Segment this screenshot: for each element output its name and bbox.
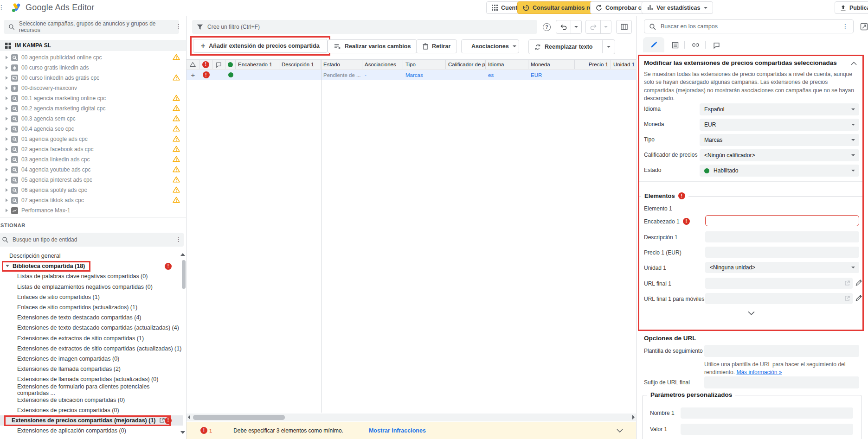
edit-url-pencil-icon[interactable] (855, 294, 862, 301)
field-search-menu-icon[interactable]: ⋮ (842, 23, 849, 30)
column-comment-icon[interactable] (212, 60, 225, 69)
undo-icon[interactable] (557, 20, 571, 33)
horizontal-scrollbar[interactable] (186, 414, 636, 421)
column-unit1[interactable]: Unidad 1 (611, 60, 636, 69)
library-item[interactable]: Enlaces de sitio compartidos (1) (0, 292, 183, 302)
expand-caret-icon[interactable] (6, 147, 8, 151)
campaign-row[interactable]: 07 agencia tiktok ads cpc (0, 195, 186, 205)
field-search-input[interactable]: Buscar en los campos ⋮ (644, 19, 854, 33)
column-status-dot[interactable] (225, 60, 236, 69)
campaign-row[interactable]: 01 agencia google ads cpc (0, 134, 186, 144)
library-item[interactable]: Extensiones de extractos de sitio compar… (0, 333, 183, 344)
associations-button[interactable]: Asociaciones (461, 39, 519, 53)
show-violations-link[interactable]: Mostrar infracciones (369, 427, 426, 434)
columns-button[interactable] (616, 20, 632, 34)
library-item[interactable]: Extensiones de texto destacado compartid… (0, 323, 183, 333)
cell-language[interactable]: es (486, 72, 528, 78)
final-url-input[interactable] (705, 278, 853, 289)
campaign-search-input[interactable]: Seleccione campañas, grupos de anuncios … (4, 20, 179, 34)
chevron-down-icon[interactable] (617, 429, 623, 433)
expand-caret-icon[interactable] (6, 86, 8, 90)
column-status[interactable]: Estado (321, 60, 362, 69)
description1-input[interactable] (705, 231, 859, 242)
expand-caret-icon[interactable] (6, 178, 8, 182)
campaign-row[interactable]: Performance Max-1 (0, 205, 186, 216)
bulk-changes-button[interactable]: Realizar varios cambios (328, 39, 417, 53)
price1-input[interactable] (705, 247, 859, 258)
column-type[interactable]: Tipo (403, 60, 446, 69)
scroll-right-icon[interactable] (632, 415, 635, 420)
column-language[interactable]: Idioma (486, 60, 528, 69)
header1-input[interactable] (705, 215, 859, 226)
tab-edit[interactable] (643, 37, 664, 52)
cell-currency[interactable]: EUR (528, 72, 575, 78)
add-price-extension-button[interactable]: + Añadir extensión de precios compartida (193, 39, 328, 53)
cell-type[interactable]: Marcas (403, 72, 446, 78)
entity-search-menu-icon[interactable]: ⋮ (175, 236, 182, 242)
qualifier-select[interactable]: <Ningún calificador> (700, 149, 859, 161)
scroll-left-icon[interactable] (188, 415, 190, 420)
final-url-suffix-input[interactable] (704, 376, 859, 388)
campaign-row[interactable]: 06 agencia spotify ads cpc (0, 185, 186, 195)
currency-select[interactable]: EUR (700, 119, 859, 131)
replace-text-button[interactable]: Reemplazar texto (528, 39, 615, 54)
expand-caret-icon[interactable] (6, 96, 8, 100)
language-select[interactable]: Español (700, 103, 859, 115)
library-item[interactable]: Extensiones de aplicación compartidas (0… (0, 426, 183, 436)
replace-text-menu[interactable] (602, 40, 615, 53)
scroll-up-icon[interactable] (180, 253, 185, 256)
name1-input[interactable] (681, 407, 853, 419)
campaign-row[interactable]: 00 curso gratis linkedin ads (0, 63, 186, 73)
expand-panel-icon[interactable] (860, 23, 868, 31)
expand-caret-icon[interactable] (6, 168, 8, 172)
campaign-row[interactable]: 00-discovery-maxconv (0, 83, 186, 93)
filter-input[interactable]: Cree un filtro (Ctrl+F) (192, 20, 537, 34)
expand-caret-icon[interactable] (6, 188, 8, 192)
cell-associations[interactable]: - (362, 72, 403, 78)
library-item[interactable]: Extensiones de texto destacado compartid… (0, 312, 183, 323)
expand-more-elements-icon[interactable] (748, 311, 755, 315)
scroll-down-icon[interactable] (180, 431, 185, 434)
campaign-row[interactable]: 00.3 agencia sem cpc (0, 114, 186, 124)
manage-item-overview[interactable]: Descripción general (0, 251, 183, 261)
library-item[interactable]: Listas de palabras clave negativas compa… (0, 271, 183, 281)
library-item[interactable]: Extensiones de precios compartidas (0) (0, 405, 183, 415)
campaign-row[interactable]: 00.4 agencia seo cpc (0, 124, 186, 134)
status-select[interactable]: Habilitado (700, 165, 859, 177)
column-price1[interactable]: Precio 1 (575, 60, 611, 69)
library-item-selected-enhanced-price-extensions[interactable]: Extensiones de precios compartidas (mejo… (0, 415, 183, 426)
app-menu-icon[interactable]: ⋮ (0, 4, 5, 11)
campaign-row[interactable]: 02 agencia facebook ads cpc (0, 144, 186, 154)
expand-caret-icon[interactable] (6, 117, 8, 121)
expand-caret-icon[interactable] (6, 76, 8, 80)
replace-text-main[interactable]: Reemplazar texto (529, 40, 598, 53)
library-item[interactable]: Extensiones de extractos de sitio compar… (0, 344, 183, 354)
campaign-row[interactable]: 05 agencia pinterest ads cpc (0, 175, 186, 185)
column-error-icon[interactable]: ! (199, 60, 212, 69)
add-row-icon[interactable]: + (186, 71, 199, 79)
campaign-search-menu-icon[interactable]: ⋮ (175, 23, 182, 30)
horizontal-scrollbar-thumb[interactable] (193, 415, 285, 420)
campaign-row[interactable]: 03 agencia linkedin ads cpc (0, 154, 186, 165)
publish-button[interactable]: Publicar (835, 1, 868, 14)
cell-status[interactable]: Pendiente de ... (321, 72, 362, 78)
column-header1[interactable]: Encabezado 1 (236, 60, 279, 69)
expand-caret-icon[interactable] (6, 198, 8, 202)
tab-details[interactable] (670, 40, 680, 50)
tab-comments[interactable] (711, 40, 721, 50)
mobile-url-input[interactable] (705, 293, 853, 304)
open-url-icon[interactable] (844, 280, 850, 286)
column-warning-icon[interactable] (186, 60, 199, 69)
expand-caret-icon[interactable] (6, 66, 8, 70)
help-icon[interactable]: ? (543, 23, 551, 31)
campaign-row[interactable]: 00 curso linkedIn ads gratis cpc (0, 73, 186, 83)
entity-search-input[interactable]: Busque un tipo de entidad (0, 233, 184, 247)
learn-more-link[interactable]: Más información » (736, 369, 782, 375)
type-select[interactable]: Marcas (700, 134, 859, 146)
expand-caret-icon[interactable] (6, 158, 8, 161)
column-currency[interactable]: Moneda (528, 60, 575, 69)
library-item[interactable]: Extensiones de imagen compartidas (0) (0, 354, 183, 364)
library-item[interactable]: Extensiones de llamada compartidas (2) (0, 364, 183, 374)
undo-button[interactable] (556, 20, 582, 34)
remove-button[interactable]: Retirar (416, 39, 457, 53)
